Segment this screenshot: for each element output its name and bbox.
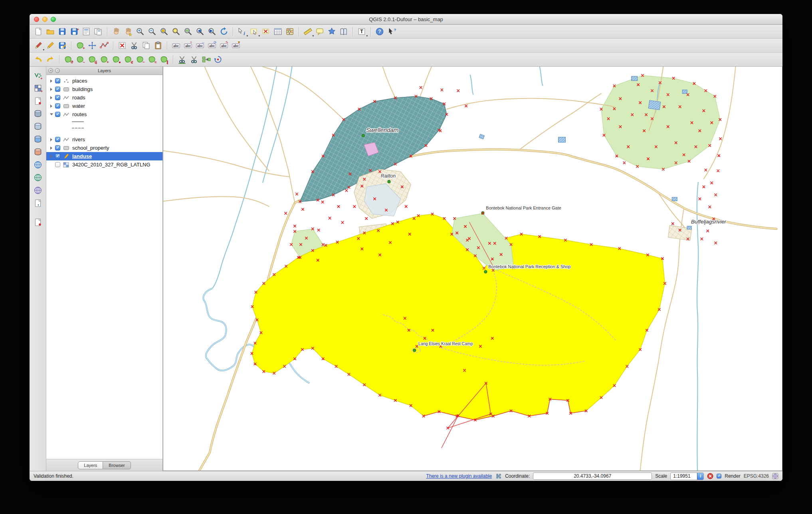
plugin-available-link[interactable]: There is a new plugin available xyxy=(426,473,492,479)
dropdown-arrow-icon[interactable]: ▾ xyxy=(258,34,260,37)
layer-item-landuse[interactable]: landuse xyxy=(46,152,162,160)
panel-tab-browser[interactable]: Browser xyxy=(103,461,131,469)
label-change-button[interactable]: abc✎ xyxy=(218,40,230,51)
identify-features-button[interactable]: i▾ xyxy=(236,26,248,37)
field-calculator-button[interactable] xyxy=(284,26,295,37)
add-ring-button[interactable]: ◎ xyxy=(87,54,98,65)
layer-item-places[interactable]: places xyxy=(46,77,162,85)
save-project-button[interactable] xyxy=(57,26,68,37)
titlebar[interactable]: QGIS 2.0.1-Dufour – basic_map xyxy=(30,14,782,25)
open-attribute-table-button[interactable] xyxy=(272,26,283,37)
node-tool-button[interactable] xyxy=(99,40,110,51)
save-layer-edits-button[interactable] xyxy=(57,40,68,51)
layer-visibility-checkbox[interactable] xyxy=(55,112,60,117)
labeling-options-button[interactable]: abc xyxy=(170,40,182,51)
crs-status-icon[interactable] xyxy=(772,473,778,479)
redo-button[interactable] xyxy=(45,54,56,65)
paste-features-button[interactable] xyxy=(152,40,164,51)
layer-visibility-checkbox[interactable] xyxy=(55,145,60,150)
cut-features-button[interactable] xyxy=(129,40,140,51)
layer-item-rivers[interactable]: rivers xyxy=(46,135,162,144)
panel-close-button[interactable]: × xyxy=(48,68,53,73)
toggle-editing-button[interactable] xyxy=(45,40,56,51)
scale-combo-arrow-icon[interactable]: ▲▼ xyxy=(697,473,703,480)
move-feature-button[interactable] xyxy=(87,40,98,51)
rotate-feature-button[interactable]: ⟳ xyxy=(63,54,74,65)
map-tips-button[interactable] xyxy=(314,26,325,37)
delete-part-button[interactable]: − xyxy=(135,54,146,65)
zoom-full-button[interactable] xyxy=(158,26,170,37)
layer-visibility-checkbox[interactable] xyxy=(55,87,60,92)
add-postgis-layer-button[interactable] xyxy=(32,108,44,119)
expand-arrow-icon[interactable] xyxy=(49,105,54,108)
deselect-all-button[interactable] xyxy=(260,26,271,37)
help-contents-button[interactable]: ? xyxy=(374,26,385,37)
current-edits-button[interactable]: ▾ xyxy=(33,40,44,51)
render-checkbox[interactable] xyxy=(717,474,721,478)
copy-features-button[interactable] xyxy=(141,40,152,51)
zoom-to-layer-button[interactable] xyxy=(182,26,194,37)
plugin-icon[interactable] xyxy=(495,473,502,480)
new-project-button[interactable] xyxy=(33,26,44,37)
expand-arrow-icon[interactable] xyxy=(49,155,54,158)
add-vector-layer-button[interactable]: + xyxy=(32,70,44,81)
simplify-feature-button[interactable]: ~ xyxy=(75,54,86,65)
zoom-in-button[interactable]: + xyxy=(135,26,146,37)
layer-item-water[interactable]: water xyxy=(46,102,162,110)
add-wfs-layer-button[interactable] xyxy=(32,185,44,196)
add-part-button[interactable]: + xyxy=(99,54,110,65)
open-project-button[interactable] xyxy=(45,26,56,37)
new-print-composer-button[interactable] xyxy=(81,26,92,37)
dropdown-arrow-icon[interactable]: ▾ xyxy=(43,48,44,51)
zoom-out-button[interactable]: − xyxy=(147,26,158,37)
reshape-features-button[interactable]: ≈ xyxy=(147,54,158,65)
delete-selected-button[interactable] xyxy=(117,40,128,51)
dropdown-arrow-icon[interactable]: ▾ xyxy=(312,34,314,37)
panel-tab-layers[interactable]: Layers xyxy=(78,461,103,469)
expand-arrow-icon[interactable] xyxy=(49,146,54,150)
dropdown-arrow-icon[interactable]: ▾ xyxy=(366,34,368,37)
layer-item-3420C_2010_327_RGB_LATLNG[interactable]: 3420C_2010_327_RGB_LATLNG xyxy=(46,160,162,169)
measure-line-button[interactable]: ▾ xyxy=(302,26,313,37)
select-features-button[interactable]: ▾ xyxy=(248,26,259,37)
refresh-map-button[interactable] xyxy=(218,26,230,37)
add-wms-layer-button[interactable] xyxy=(32,159,44,170)
expand-arrow-icon[interactable] xyxy=(49,88,54,91)
pan-to-selection-button[interactable]: ★ xyxy=(123,26,134,37)
merge-features-button[interactable] xyxy=(200,54,212,65)
delete-ring-button[interactable]: ⊘ xyxy=(123,54,134,65)
panel-float-button[interactable]: ◦ xyxy=(55,68,60,73)
dropdown-arrow-icon[interactable]: ▾ xyxy=(246,34,248,37)
zoom-last-button[interactable]: ◀ xyxy=(194,26,206,37)
layer-item-buildings[interactable]: buildings xyxy=(46,85,162,93)
whats-this-button[interactable]: ? xyxy=(386,26,397,37)
fill-ring-button[interactable]: ● xyxy=(111,54,122,65)
expand-arrow-icon[interactable] xyxy=(49,138,54,141)
layer-visibility-checkbox[interactable] xyxy=(55,137,60,142)
new-memory-layer-button[interactable] xyxy=(32,217,44,228)
add-feature-button[interactable]: + xyxy=(75,40,86,51)
scale-combo[interactable]: 1:19951 ▲▼ xyxy=(670,472,704,480)
offset-curve-button[interactable]: ∥ xyxy=(158,54,170,65)
layer-item-roads[interactable]: roads xyxy=(46,93,162,102)
expand-arrow-icon[interactable] xyxy=(49,113,54,115)
label-move-button[interactable]: abc↔ xyxy=(194,40,206,51)
add-oracle-layer-button[interactable] xyxy=(32,146,44,158)
save-project-as-button[interactable]: + xyxy=(69,26,80,37)
show-bookmarks-button[interactable] xyxy=(338,26,349,37)
add-wcs-layer-button[interactable] xyxy=(32,172,44,183)
layer-item-school_property[interactable]: school_property xyxy=(46,144,162,152)
new-shapefile-layer-button[interactable] xyxy=(32,95,44,107)
layer-item-routes[interactable]: routes xyxy=(46,110,162,119)
zoom-next-button[interactable]: ▶ xyxy=(206,26,218,37)
expand-arrow-icon[interactable] xyxy=(49,79,54,83)
add-delimited-text-layer-button[interactable]: , xyxy=(32,198,44,209)
add-spatialite-layer-button[interactable] xyxy=(32,121,44,132)
label-add-button[interactable]: abc+ xyxy=(182,40,194,51)
label-pin-button[interactable]: abc▼ xyxy=(230,40,242,51)
split-features-button[interactable] xyxy=(176,54,188,65)
add-raster-layer-button[interactable]: + xyxy=(32,83,44,94)
map-canvas[interactable]: SwellendamRailtonBontebok National Park … xyxy=(163,67,782,471)
layer-visibility-checkbox[interactable] xyxy=(55,103,60,109)
label-rotate-button[interactable]: abc⟳ xyxy=(206,40,218,51)
